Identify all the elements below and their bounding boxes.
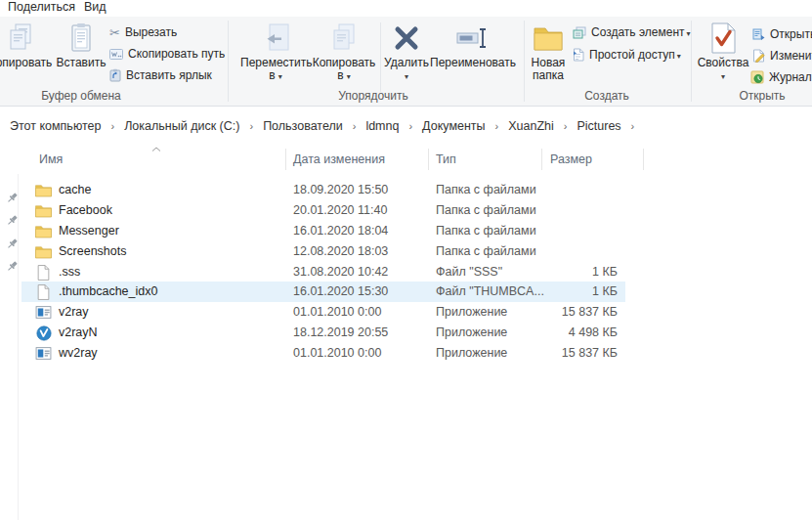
edit-button[interactable]: Изменить (752, 46, 812, 65)
file-type: Папка с файлами (436, 180, 536, 200)
breadcrumb-chevron-icon[interactable] (345, 120, 364, 132)
column-divider[interactable] (541, 149, 542, 170)
file-date: 16.01.2020 15:30 (293, 282, 388, 302)
pin-icon (6, 214, 19, 227)
dropdown-caret-icon: ▾ (278, 72, 282, 81)
ribbon-tab-row: Поделиться Вид (0, 0, 812, 17)
file-name: v2rayN (59, 323, 98, 343)
copy-to-icon (311, 20, 377, 57)
file-name: .sss (59, 262, 80, 282)
breadcrumb-this-pc[interactable]: Этот компьютер (8, 116, 103, 136)
open-button[interactable]: Открыть (752, 24, 812, 44)
file-icon (35, 264, 52, 281)
file-name: v2ray (59, 302, 89, 323)
copy-icon (0, 20, 55, 57)
file-row-messenger[interactable]: Messenger 16.01.2020 18:04 Папка с файла… (21, 221, 625, 241)
scissors-icon: ✂ (109, 25, 120, 40)
tab-view[interactable]: Вид (84, 0, 107, 17)
pin-icon (6, 238, 19, 250)
easy-access-button[interactable]: Простой доступ (573, 45, 681, 65)
breadcrumb: Этот компьютер Локальный диск (C:) Польз… (0, 108, 812, 145)
group-divider (691, 21, 692, 102)
delete-button[interactable]: Удалить ▾ (383, 20, 430, 83)
file-name: cache (59, 180, 91, 200)
pin-icon (6, 260, 19, 273)
file-date: 18.09.2020 15:50 (293, 180, 388, 200)
breadcrumb-chevron-icon[interactable] (488, 120, 507, 132)
properties-icon (696, 20, 750, 57)
breadcrumb-user[interactable]: ldmnq (363, 116, 401, 136)
breadcrumb-xuanzhi[interactable]: XuanZhi (506, 116, 556, 136)
button-divider (380, 22, 381, 92)
breadcrumb-users[interactable]: Пользователи (261, 116, 345, 136)
file-row-facebook[interactable]: Facebook 20.01.2020 11:40 Папка с файлам… (21, 200, 625, 221)
file-type: Приложение (436, 302, 507, 323)
new-folder-icon (526, 20, 571, 57)
group-open: Открыть (704, 89, 812, 103)
breadcrumb-chevron-icon[interactable] (241, 120, 261, 132)
folder-icon (35, 243, 52, 260)
file-row-v2ray[interactable]: v2ray 01.01.2010 0:00 Приложение 15 837 … (21, 302, 625, 323)
sort-ascending-icon[interactable] (151, 147, 161, 152)
pin-icon (6, 192, 19, 204)
file-name: Screenshots (59, 241, 126, 262)
breadcrumb-documents[interactable]: Документы (420, 116, 487, 136)
breadcrumb-chevron-icon[interactable] (556, 120, 576, 132)
breadcrumb-chevron-icon[interactable] (103, 120, 122, 132)
dropdown-caret-icon: ▾ (405, 72, 408, 81)
file-size: 15 837 КБ (528, 343, 618, 364)
file-type: Файл "SSS" (436, 262, 502, 282)
file-date: 01.01.2010 0:00 (293, 302, 381, 323)
delete-x-icon (383, 20, 430, 57)
file-row-v2rayn[interactable]: v2rayN 18.12.2019 20:55 Приложение 4 498… (21, 323, 625, 343)
file-row-screenshots[interactable]: Screenshots 12.08.2020 18:03 Папка с фай… (21, 241, 625, 262)
application-icon (35, 345, 52, 362)
history-button[interactable]: Журнал (750, 67, 812, 87)
breadcrumb-chevron-icon[interactable] (623, 120, 643, 132)
file-row-thumbcache-selected[interactable]: .thumbcache_idx0 16.01.2020 15:30 Файл "… (21, 282, 625, 302)
dropdown-caret-icon: ▾ (347, 72, 351, 81)
breadcrumb-chevron-icon[interactable] (401, 120, 420, 132)
copy-path-button[interactable]: Скопировать путь (109, 44, 225, 64)
move-to-button[interactable]: Переместить в ▾ (240, 20, 311, 83)
folder-icon (35, 202, 52, 219)
easy-access-icon (573, 48, 584, 62)
column-header-size[interactable]: Размер (550, 152, 592, 166)
copy-to-button[interactable]: Копировать в ▾ (311, 20, 377, 83)
file-icon (35, 283, 52, 300)
column-divider[interactable] (643, 149, 644, 170)
breadcrumb-pictures[interactable]: Pictures (575, 116, 622, 136)
paste-shortcut-button[interactable]: Вставить ярлык (109, 65, 212, 85)
cut-button[interactable]: ✂ Вырезать (109, 22, 177, 42)
application-icon (35, 304, 52, 321)
column-header-type[interactable]: Тип (436, 152, 456, 166)
column-header-name[interactable]: Имя (39, 152, 63, 166)
properties-button[interactable]: Свойства ▾ (696, 20, 750, 83)
column-divider[interactable] (428, 149, 429, 170)
breadcrumb-local-disk-c[interactable]: Локальный диск (C:) (122, 116, 241, 136)
copy-path-icon (109, 49, 123, 60)
group-clipboard: Буфер обмена (0, 89, 162, 103)
file-type: Приложение (436, 323, 507, 343)
column-header-date[interactable]: Дата изменения (293, 152, 385, 166)
rename-icon (428, 20, 518, 57)
file-row-cache[interactable]: cache 18.09.2020 15:50 Папка с файлами (21, 180, 625, 200)
file-row-sss[interactable]: .sss 31.08.2020 10:42 Файл "SSS" 1 КБ (21, 262, 625, 282)
file-date: 18.12.2019 20:55 (293, 323, 388, 343)
v2rayn-app-icon (35, 325, 52, 341)
file-name: Facebook (59, 200, 112, 221)
column-divider[interactable] (285, 149, 286, 170)
file-row-wv2ray[interactable]: wv2ray 01.01.2010 0:00 Приложение 15 837… (21, 343, 625, 364)
file-name: wv2ray (59, 343, 98, 364)
file-type: Папка с файлами (436, 241, 536, 262)
paste-button[interactable]: Вставить (56, 20, 107, 69)
rename-button[interactable]: Переименовать (428, 20, 518, 69)
paste-shortcut-icon (109, 68, 121, 82)
column-header-row: Имя Дата изменения Тип Размер (0, 145, 812, 174)
folder-icon (35, 223, 52, 239)
new-item-button[interactable]: Создать элемент (573, 22, 691, 42)
group-create: Создать (524, 89, 690, 103)
copy-button[interactable]: Копировать (0, 20, 55, 69)
tab-share[interactable]: Поделиться (8, 0, 75, 17)
new-folder-button[interactable]: Новая папка (526, 20, 571, 82)
